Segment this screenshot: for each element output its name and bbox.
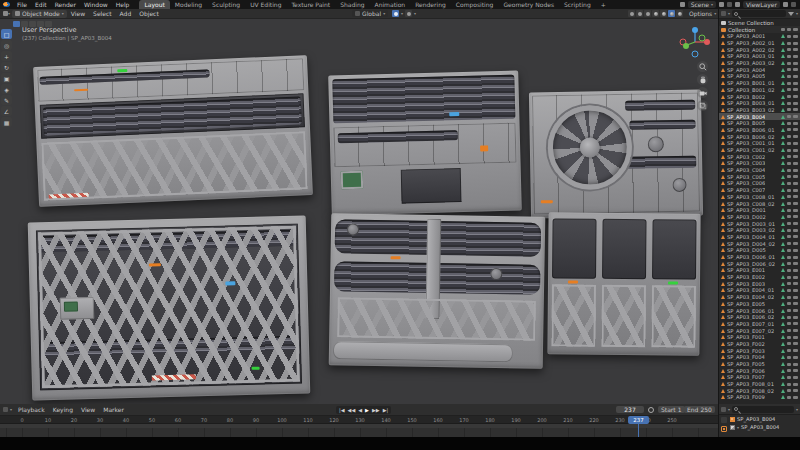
- outliner-item[interactable]: SP_AP03_E003: [719, 280, 800, 287]
- perspective-toggle-icon[interactable]: [697, 100, 708, 111]
- properties-search-input[interactable]: [732, 406, 794, 413]
- menu-file[interactable]: File: [13, 1, 31, 8]
- outliner-item[interactable]: SP_AP03_C007: [719, 187, 800, 194]
- disable-render-icon[interactable]: [793, 95, 798, 98]
- outliner-item[interactable]: SP_AP03_C008_02: [719, 200, 800, 207]
- hide-eye-icon[interactable]: [787, 215, 791, 218]
- disable-render-icon[interactable]: [793, 62, 798, 65]
- workspace-tab-sculpting[interactable]: Sculpting: [207, 0, 245, 9]
- disable-render-icon[interactable]: [793, 142, 798, 145]
- play-button[interactable]: ▶: [364, 407, 370, 413]
- workspace-tab-shading[interactable]: Shading: [335, 0, 369, 9]
- workspace-tab-uv-editing[interactable]: UV Editing: [245, 0, 286, 9]
- mesh-panel-top-middle[interactable]: [328, 71, 522, 216]
- disable-render-icon[interactable]: [793, 35, 798, 38]
- disable-render-icon[interactable]: [793, 42, 798, 45]
- disable-render-icon[interactable]: [793, 128, 798, 131]
- pan-hand-icon[interactable]: [697, 74, 708, 85]
- collection-row[interactable]: Collection: [719, 26, 800, 33]
- hide-eye-icon[interactable]: [787, 336, 791, 339]
- hide-eye-icon[interactable]: [787, 202, 791, 205]
- outliner-item[interactable]: SP_AP03_F008_01: [719, 381, 800, 388]
- disable-render-icon[interactable]: [793, 316, 798, 319]
- outliner-item[interactable]: SP_AP03_B002: [719, 93, 800, 100]
- object-name-row[interactable]: ▾ SP_AP03_B004: [728, 423, 800, 431]
- outliner-item[interactable]: SP_AP03_D006_01: [719, 254, 800, 261]
- disable-render-icon[interactable]: [793, 322, 798, 325]
- measure-tool[interactable]: ∠: [1, 106, 12, 116]
- hide-eye-icon[interactable]: [787, 296, 791, 299]
- delete-scene-icon[interactable]: [727, 2, 732, 7]
- menu-help[interactable]: Help: [112, 1, 134, 8]
- outliner-item[interactable]: SP_AP03_E006_01: [719, 307, 800, 314]
- hide-eye-icon[interactable]: [787, 342, 791, 345]
- outliner-item[interactable]: SP_AP03_A002_02: [719, 46, 800, 53]
- xray-toggle-icon[interactable]: [644, 10, 651, 17]
- outliner-item[interactable]: SP_AP03_A005: [719, 73, 800, 80]
- hide-eye-icon[interactable]: [787, 48, 791, 51]
- outliner-item[interactable]: SP_AP03_E001: [719, 267, 800, 274]
- disable-render-icon[interactable]: [793, 282, 798, 285]
- play-reverse-button[interactable]: ◀: [357, 407, 363, 413]
- outliner-item[interactable]: SP_AP03_C002: [719, 153, 800, 160]
- disable-render-icon[interactable]: [793, 235, 798, 238]
- disable-render-icon[interactable]: [793, 115, 798, 118]
- options-dropdown[interactable]: Options ▾: [686, 10, 718, 17]
- viewport-3d[interactable]: ▾ Object Mode ▾ ViewSelectAddObject Glob…: [0, 9, 718, 404]
- outliner-item[interactable]: SP_AP03_C003: [719, 160, 800, 167]
- disable-render-icon[interactable]: [793, 289, 798, 292]
- timeline-menu-keying[interactable]: Keying: [49, 406, 77, 413]
- disable-render-icon[interactable]: [793, 162, 798, 165]
- workspace-tab-modeling[interactable]: Modeling: [170, 0, 207, 9]
- disable-render-icon[interactable]: [793, 269, 798, 272]
- outliner-item[interactable]: SP_AP03_D001: [719, 207, 800, 214]
- disable-render-icon[interactable]: [793, 363, 798, 366]
- outliner-item[interactable]: SP_AP03_C004: [719, 167, 800, 174]
- outliner-item[interactable]: SP_AP03_A002_01: [719, 40, 800, 47]
- outliner-item[interactable]: SP_AP03_E006_02: [719, 314, 800, 321]
- hide-eye-icon[interactable]: [787, 175, 791, 178]
- hide-eye-icon[interactable]: [787, 108, 791, 111]
- outliner-item[interactable]: SP_AP03_A003_01: [719, 53, 800, 60]
- outliner-item[interactable]: SP_AP03_D003_01: [719, 220, 800, 227]
- zoom-icon[interactable]: [697, 61, 708, 72]
- hide-eye-icon[interactable]: [787, 28, 791, 31]
- outliner-item[interactable]: SP_AP03_A004: [719, 66, 800, 73]
- proportional-editing-icon[interactable]: [405, 10, 412, 17]
- workspace-tab-scripting[interactable]: Scripting: [559, 0, 596, 9]
- select-box-tool[interactable]: □: [1, 29, 12, 39]
- disable-render-icon[interactable]: [793, 342, 798, 345]
- disable-render-icon[interactable]: [793, 169, 798, 172]
- outliner-item[interactable]: SP_AP03_E005: [719, 301, 800, 308]
- disable-render-icon[interactable]: [793, 302, 798, 305]
- add-cube-tool[interactable]: ▦: [1, 117, 12, 127]
- mesh-panel-bottom-middle[interactable]: [329, 213, 546, 369]
- disable-render-icon[interactable]: [793, 195, 798, 198]
- disable-render-icon[interactable]: [793, 383, 798, 386]
- disable-render-icon[interactable]: [793, 189, 798, 192]
- transform-orientation-selector[interactable]: Global ▾: [352, 10, 388, 17]
- hide-eye-icon[interactable]: [787, 376, 791, 379]
- hide-eye-icon[interactable]: [787, 222, 791, 225]
- outliner-item[interactable]: SP_AP03_B005: [719, 120, 800, 127]
- hide-eye-icon[interactable]: [787, 195, 791, 198]
- workspace-tab-geometry-nodes[interactable]: Geometry Nodes: [498, 0, 559, 9]
- filter-icon[interactable]: [788, 12, 794, 16]
- hide-eye-icon[interactable]: [787, 235, 791, 238]
- prev-keyframe-button[interactable]: ◀◀: [347, 407, 357, 413]
- hide-eye-icon[interactable]: [787, 82, 791, 85]
- timeline-menu-view[interactable]: View: [77, 406, 99, 413]
- hide-eye-icon[interactable]: [787, 363, 791, 366]
- disable-render-icon[interactable]: [793, 376, 798, 379]
- disable-render-icon[interactable]: [793, 48, 798, 51]
- disable-render-icon[interactable]: [793, 149, 798, 152]
- hide-eye-icon[interactable]: [787, 189, 791, 192]
- hide-eye-icon[interactable]: [787, 62, 791, 65]
- hide-eye-icon[interactable]: [787, 289, 791, 292]
- disable-render-icon[interactable]: [793, 309, 798, 312]
- outliner-item[interactable]: SP_AP03_F003: [719, 347, 800, 354]
- tool-option-icon[interactable]: [45, 21, 52, 27]
- properties-editor-icon[interactable]: [721, 407, 726, 412]
- hide-eye-icon[interactable]: [787, 135, 791, 138]
- disable-render-icon[interactable]: [793, 102, 798, 105]
